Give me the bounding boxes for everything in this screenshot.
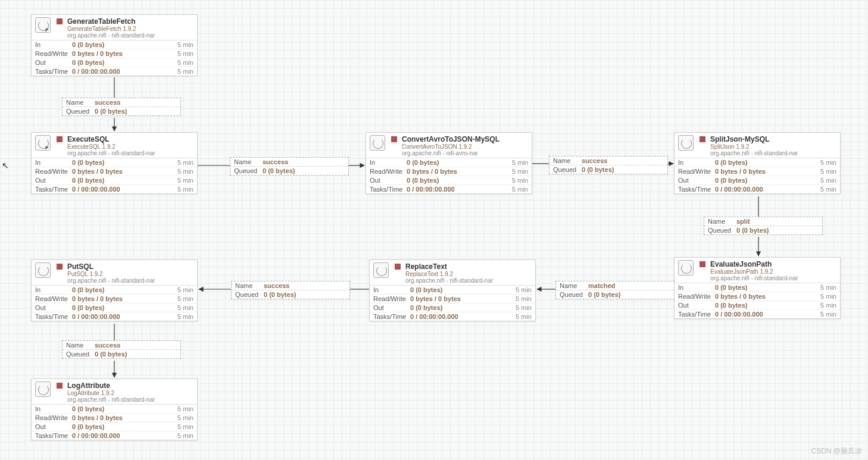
- stat-in: In0 (0 bytes)5 min: [32, 40, 197, 49]
- connection-name-row: Namesplit: [704, 217, 822, 226]
- stat-in: In0 (0 bytes)5 min: [366, 158, 532, 167]
- stopped-icon: [700, 261, 705, 267]
- stopped-icon: [700, 136, 705, 142]
- stat-readwrite: Read/Write0 bytes / 0 bytes5 min: [32, 167, 197, 176]
- processor-icon: P: [35, 17, 51, 33]
- stat-in: In0 (0 bytes)5 min: [32, 405, 197, 413]
- stopped-icon: [57, 18, 63, 24]
- connection-success[interactable]: Namesuccess Queued0 (0 bytes): [62, 340, 181, 359]
- processor-icon: [35, 381, 51, 397]
- processor-name: GenerateTableFetch: [67, 17, 193, 26]
- processor-name: EvaluateJsonPath: [710, 260, 836, 268]
- processor-bundle: org.apache.nifi - nifi-standard-nar: [405, 277, 532, 284]
- processor-name: ReplaceText: [405, 262, 532, 271]
- run-badge: P: [45, 27, 51, 33]
- processor-name: LogAttribute: [67, 381, 193, 390]
- connection-split[interactable]: Namesplit Queued0 (0 bytes): [704, 217, 823, 235]
- processor-bundle: org.apache.nifi - nifi-avro-nar: [402, 150, 528, 157]
- processor-splitjson-mysql[interactable]: SplitJson-MySQL SplitJson 1.9.2 org.apac…: [674, 132, 841, 194]
- processor-bundle: org.apache.nifi - nifi-standard-nar: [710, 275, 836, 281]
- stat-in: In0 (0 bytes)5 min: [675, 158, 840, 167]
- processor-generatetablefetch[interactable]: P GenerateTableFetch GenerateTableFetch …: [31, 14, 198, 76]
- stat-tasks: Tasks/Time0 / 00:00:00.0005 min: [32, 67, 197, 76]
- connection-name-row: Namesuccess: [63, 341, 180, 349]
- processor-type: SplitJson 1.9.2: [710, 143, 836, 150]
- stat-tasks: Tasks/Time0 / 00:00:00.0005 min: [32, 431, 197, 440]
- stopped-icon: [395, 264, 401, 270]
- connection-success[interactable]: Namesuccess Queued0 (0 bytes): [549, 156, 668, 174]
- processor-type: ExecuteSQL 1.9.2: [67, 143, 193, 150]
- processor-icon: [370, 135, 385, 151]
- connection-name-row: Namesuccess: [549, 157, 667, 165]
- processor-icon: [678, 135, 694, 151]
- connection-name-row: Namesuccess: [63, 98, 180, 107]
- stat-out: Out0 (0 bytes)5 min: [366, 176, 532, 184]
- processor-type: ReplaceText 1.9.2: [405, 271, 532, 277]
- run-badge: P: [45, 145, 51, 151]
- stat-readwrite: Read/Write0 bytes / 0 bytes5 min: [366, 167, 532, 176]
- processor-name: ConvertAvroToJSON-MySQL: [402, 135, 528, 143]
- stat-out: Out0 (0 bytes)5 min: [32, 58, 197, 67]
- processor-name: ExecuteSQL: [67, 135, 193, 143]
- processor-replacetext[interactable]: ReplaceText ReplaceText 1.9.2 org.apache…: [369, 259, 536, 321]
- connection-matched[interactable]: Namematched Queued0 (0 bytes): [555, 281, 675, 299]
- processor-putsql[interactable]: PutSQL PutSQL 1.9.2 org.apache.nifi - ni…: [31, 259, 198, 321]
- processor-type: ConvertAvroToJSON 1.9.2: [402, 143, 528, 150]
- processor-icon: [35, 262, 51, 278]
- processor-logattribute[interactable]: LogAttribute LogAttribute 1.9.2 org.apac…: [31, 378, 198, 440]
- stat-in: In0 (0 bytes)5 min: [32, 158, 197, 167]
- processor-bundle: org.apache.nifi - nifi-standard-nar: [67, 32, 193, 39]
- stopped-icon: [57, 136, 63, 142]
- processor-type: GenerateTableFetch 1.9.2: [67, 26, 193, 32]
- processor-type: LogAttribute 1.9.2: [67, 390, 193, 396]
- stat-readwrite: Read/Write0 bytes / 0 bytes5 min: [32, 294, 197, 303]
- stat-tasks: Tasks/Time0 / 00:00:00.0005 min: [675, 309, 840, 318]
- stat-out: Out0 (0 bytes)5 min: [675, 301, 840, 309]
- stat-in: In0 (0 bytes)5 min: [675, 283, 840, 292]
- connection-queued-row: Queued0 (0 bytes): [230, 166, 348, 175]
- stat-readwrite: Read/Write0 bytes / 0 bytes5 min: [32, 413, 197, 422]
- connection-success[interactable]: Namesuccess Queued0 (0 bytes): [230, 157, 349, 176]
- stat-out: Out0 (0 bytes)5 min: [675, 176, 840, 184]
- connection-queued-row: Queued0 (0 bytes): [549, 165, 667, 174]
- connection-success[interactable]: Namesuccess Queued0 (0 bytes): [62, 98, 181, 116]
- stat-out: Out0 (0 bytes)5 min: [370, 303, 535, 312]
- connection-queued-row: Queued0 (0 bytes): [63, 107, 180, 115]
- stat-readwrite: Read/Write0 bytes / 0 bytes5 min: [32, 49, 197, 58]
- processor-icon: [373, 262, 389, 278]
- processor-bundle: org.apache.nifi - nifi-standard-nar: [710, 150, 836, 157]
- stat-tasks: Tasks/Time0 / 00:00:00.0005 min: [32, 312, 197, 321]
- processor-bundle: org.apache.nifi - nifi-standard-nar: [67, 150, 193, 157]
- stopped-icon: [57, 383, 63, 389]
- processor-type: EvaluateJsonPath 1.9.2: [710, 268, 836, 275]
- processor-bundle: org.apache.nifi - nifi-standard-nar: [67, 277, 193, 284]
- cursor-icon: ↖: [2, 161, 9, 170]
- processor-evaluatejsonpath[interactable]: EvaluateJsonPath EvaluateJsonPath 1.9.2 …: [674, 257, 841, 319]
- processor-icon: P: [35, 135, 51, 151]
- connection-name-row: Namesuccess: [230, 158, 348, 166]
- processor-icon: [678, 260, 694, 276]
- watermark: CSDN @脑瓜凉: [811, 446, 862, 456]
- stat-in: In0 (0 bytes)5 min: [32, 286, 197, 294]
- connection-name-row: Namematched: [556, 281, 674, 290]
- stat-readwrite: Read/Write0 bytes / 0 bytes5 min: [675, 167, 840, 176]
- connection-name-row: Namesuccess: [232, 281, 349, 290]
- stat-out: Out0 (0 bytes)5 min: [32, 176, 197, 184]
- stat-out: Out0 (0 bytes)5 min: [32, 422, 197, 431]
- connection-success[interactable]: Namesuccess Queued0 (0 bytes): [231, 281, 350, 299]
- stat-tasks: Tasks/Time0 / 00:00:00.0005 min: [366, 184, 532, 193]
- processor-convertavrotojson-mysql[interactable]: ConvertAvroToJSON-MySQL ConvertAvroToJSO…: [366, 132, 532, 194]
- connection-queued-row: Queued0 (0 bytes): [232, 290, 349, 299]
- connection-queued-row: Queued0 (0 bytes): [63, 349, 180, 358]
- stopped-icon: [57, 264, 63, 270]
- processor-name: PutSQL: [67, 262, 193, 271]
- stat-readwrite: Read/Write0 bytes / 0 bytes5 min: [675, 292, 840, 301]
- stopped-icon: [391, 136, 397, 142]
- stat-tasks: Tasks/Time0 / 00:00:00.0005 min: [32, 184, 197, 193]
- stat-in: In0 (0 bytes)5 min: [370, 286, 535, 294]
- connection-queued-row: Queued0 (0 bytes): [556, 290, 674, 299]
- stat-tasks: Tasks/Time0 / 00:00:00.0005 min: [675, 184, 840, 193]
- processor-executesql[interactable]: P ExecuteSQL ExecuteSQL 1.9.2 org.apache…: [31, 132, 198, 194]
- processor-name: SplitJson-MySQL: [710, 135, 836, 143]
- stat-readwrite: Read/Write0 bytes / 0 bytes5 min: [370, 294, 535, 303]
